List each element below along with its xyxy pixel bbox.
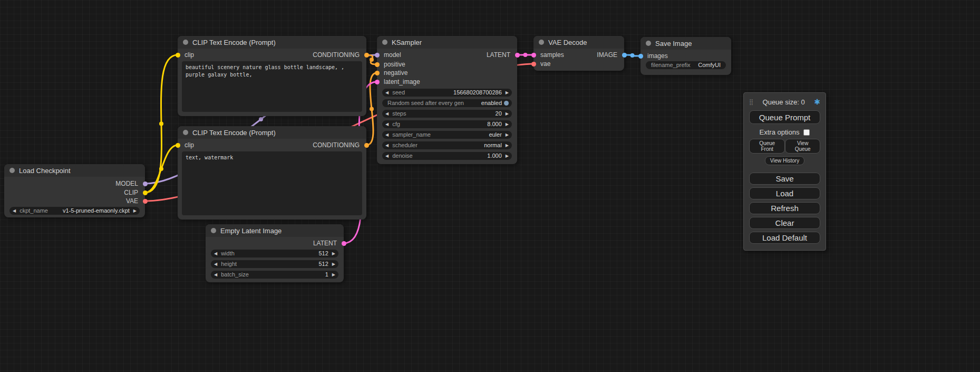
link-midpoint-dot [523, 53, 528, 57]
decrement-arrow-icon[interactable]: ◀ [385, 152, 389, 160]
collapse-dot-icon[interactable] [183, 130, 188, 135]
decrement-arrow-icon[interactable]: ◀ [214, 271, 217, 279]
widget-width[interactable]: ◀ width 512 ▶ [211, 250, 338, 257]
output-slot-vae[interactable] [143, 199, 148, 204]
widget-denoise[interactable]: ◀ denoise 1.000 ▶ [382, 152, 512, 160]
node-ksampler[interactable]: KSampler model LATENT positive negative … [377, 36, 517, 164]
node-title: VAE Decode [548, 39, 587, 46]
widget-steps[interactable]: ◀ steps 20 ▶ [382, 110, 512, 118]
queue-front-button[interactable]: Queue Front [749, 139, 785, 154]
link-wire [145, 145, 178, 193]
output-slot-latent[interactable] [515, 53, 520, 58]
widget-cfg[interactable]: ◀ cfg 8.000 ▶ [382, 120, 512, 128]
increment-arrow-icon[interactable]: ▶ [332, 260, 335, 268]
prompt-text-area[interactable]: text, watermark [182, 151, 362, 215]
decrement-arrow-icon[interactable]: ◀ [385, 110, 389, 118]
widget-height[interactable]: ◀ height 512 ▶ [211, 260, 338, 268]
node-vae-decode[interactable]: VAE Decode samples IMAGE vae [533, 36, 624, 71]
widget-random-seed-toggle[interactable]: Random seed after every gen enabled [382, 99, 512, 107]
node-title: Empty Latent Image [220, 227, 282, 235]
decrement-arrow-icon[interactable]: ◀ [385, 120, 389, 128]
widget-filename-prefix[interactable]: filename_prefix ComfyUI [646, 61, 726, 69]
increment-arrow-icon[interactable]: ▶ [332, 271, 335, 279]
input-slot-positive[interactable] [375, 62, 380, 67]
increment-arrow-icon[interactable]: ▶ [332, 250, 335, 257]
link-midpoint-dot [370, 107, 374, 111]
increment-arrow-icon[interactable]: ▶ [506, 110, 509, 118]
widget-sampler-name[interactable]: ◀ sampler_name euler ▶ [382, 131, 512, 139]
toggle-dot-icon[interactable] [504, 101, 509, 106]
node-load-checkpoint[interactable]: Load Checkpoint MODEL CLIP VAE ◀ ckpt_na… [4, 164, 145, 217]
link-midpoint-dot [259, 117, 263, 121]
widget-batch-size[interactable]: ◀ batch_size 1 ▶ [211, 271, 338, 279]
link-midpoint-dot [630, 53, 635, 58]
collapse-dot-icon[interactable] [211, 228, 216, 233]
node-title: CLIP Text Encode (Prompt) [192, 39, 276, 46]
extra-options-checkbox[interactable] [803, 129, 810, 136]
widget-scheduler[interactable]: ◀ scheduler normal ▶ [382, 141, 512, 149]
save-button[interactable]: Save [749, 173, 820, 185]
node-clip-text-encode-negative[interactable]: CLIP Text Encode (Prompt) clip CONDITION… [178, 126, 366, 220]
increment-arrow-icon[interactable]: ▶ [133, 207, 137, 215]
refresh-button[interactable]: Refresh [749, 202, 820, 214]
collapse-dot-icon[interactable] [9, 168, 15, 173]
node-title: KSampler [392, 39, 422, 46]
output-slot-model[interactable] [143, 182, 148, 186]
increment-arrow-icon[interactable]: ▶ [506, 89, 509, 97]
node-title: CLIP Text Encode (Prompt) [192, 129, 276, 137]
node-title: Load Checkpoint [19, 167, 71, 175]
output-slot-latent[interactable] [342, 241, 346, 246]
collapse-dot-icon[interactable] [646, 41, 651, 46]
graph-canvas[interactable]: Load Checkpoint MODEL CLIP VAE ◀ ckpt_na… [0, 0, 980, 372]
collapse-dot-icon[interactable] [183, 40, 188, 45]
link-midpoint-dot [159, 167, 163, 171]
load-button[interactable]: Load [749, 187, 820, 199]
view-history-button[interactable]: View History [765, 156, 804, 165]
clear-button[interactable]: Clear [749, 217, 820, 229]
input-slot-samples[interactable] [531, 53, 536, 58]
prev-option-arrow-icon[interactable]: ◀ [385, 141, 389, 149]
view-queue-button[interactable]: View Queue [785, 139, 820, 154]
input-slot-clip[interactable] [176, 53, 180, 58]
queue-prompt-button[interactable]: Queue Prompt [749, 110, 820, 124]
link-wire [145, 55, 178, 193]
decrement-arrow-icon[interactable]: ◀ [13, 207, 16, 215]
decrement-arrow-icon[interactable]: ◀ [214, 250, 217, 257]
decrement-arrow-icon[interactable]: ◀ [214, 260, 217, 268]
drag-handle-icon[interactable]: ⣿ [749, 99, 753, 106]
collapse-dot-icon[interactable] [539, 40, 544, 45]
next-option-arrow-icon[interactable]: ▶ [506, 131, 509, 139]
increment-arrow-icon[interactable]: ▶ [506, 152, 509, 160]
widget-seed[interactable]: ◀ seed 156680208700286 ▶ [382, 89, 512, 97]
node-clip-text-encode-positive[interactable]: CLIP Text Encode (Prompt) clip CONDITION… [178, 36, 366, 116]
widget-ckpt-name[interactable]: ◀ ckpt_name v1-5-pruned-emaonly.ckpt ▶ [9, 207, 140, 215]
settings-gear-icon[interactable]: ✱ [814, 98, 820, 106]
queue-menu-panel[interactable]: ⣿ Queue size: 0 ✱ Queue Prompt Extra opt… [743, 92, 826, 251]
queue-size-label: Queue size: 0 [753, 98, 814, 106]
decrement-arrow-icon[interactable]: ◀ [385, 89, 389, 97]
node-title: Save Image [655, 40, 692, 47]
link-midpoint-dot [159, 122, 163, 126]
input-slot-images[interactable] [638, 54, 643, 59]
prev-option-arrow-icon[interactable]: ◀ [385, 131, 389, 139]
collapse-dot-icon[interactable] [382, 40, 387, 45]
link-midpoint-dot [370, 58, 374, 62]
load-default-button[interactable]: Load Default [749, 232, 820, 244]
output-slot-conditioning[interactable] [364, 143, 369, 148]
output-slot-image[interactable] [622, 53, 627, 58]
input-slot-vae[interactable] [531, 62, 536, 66]
input-slot-clip[interactable] [176, 143, 180, 148]
output-slot-clip[interactable] [143, 190, 148, 195]
increment-arrow-icon[interactable]: ▶ [506, 120, 509, 128]
input-slot-model[interactable] [375, 53, 380, 58]
next-option-arrow-icon[interactable]: ▶ [506, 141, 509, 149]
extra-options-label: Extra options [760, 128, 800, 136]
prompt-text-area[interactable]: beautiful scenery nature glass bottle la… [182, 61, 362, 112]
node-empty-latent-image[interactable]: Empty Latent Image LATENT ◀ width 512 ▶ … [206, 224, 344, 282]
input-slot-negative[interactable] [375, 71, 380, 75]
node-save-image[interactable]: Save Image images filename_prefix ComfyU… [641, 37, 731, 75]
input-slot-latent-image[interactable] [375, 80, 380, 84]
output-slot-conditioning[interactable] [364, 53, 369, 58]
